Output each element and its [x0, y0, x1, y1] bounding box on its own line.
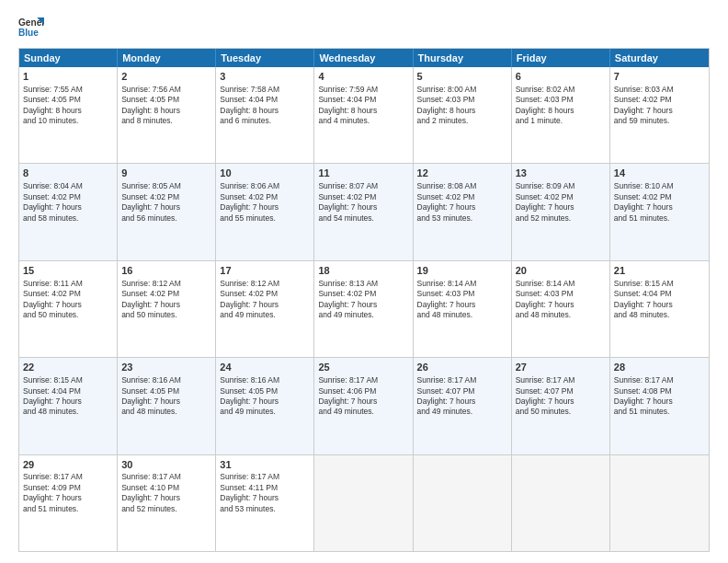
logo: General Blue [18, 15, 44, 40]
day-info-line: and 51 minutes. [23, 504, 78, 513]
day-info-line: Daylight: 8 hours [516, 106, 574, 115]
day-info-line: Daylight: 7 hours [121, 396, 180, 406]
day-info-line: Sunrise: 8:14 AM [516, 279, 575, 288]
day-info-line: Daylight: 8 hours [318, 106, 377, 115]
day-info-line: Sunset: 4:02 PM [121, 192, 179, 201]
day-info-line: Sunrise: 8:03 AM [614, 85, 674, 94]
day-cell-26: 26Sunrise: 8:17 AMSunset: 4:07 PMDayligh… [414, 358, 512, 454]
day-info-line: Sunrise: 8:15 AM [614, 279, 674, 288]
calendar-week-5: 29Sunrise: 8:17 AMSunset: 4:09 PMDayligh… [19, 454, 709, 551]
day-number: 24 [220, 361, 310, 374]
day-info-line: Sunset: 4:05 PM [121, 95, 179, 104]
header-day-monday: Monday [118, 49, 216, 67]
day-info-line: Sunrise: 8:16 AM [121, 375, 181, 385]
day-info-line: Sunset: 4:03 PM [417, 289, 475, 298]
day-cell-6: 6Sunrise: 8:02 AMSunset: 4:03 PMDaylight… [512, 67, 610, 163]
day-info-line: Sunrise: 8:17 AM [121, 472, 181, 481]
day-cell-11: 11Sunrise: 8:07 AMSunset: 4:02 PMDayligh… [314, 164, 413, 259]
calendar-week-1: 1Sunrise: 7:55 AMSunset: 4:05 PMDaylight… [19, 67, 709, 163]
day-info-line: Sunrise: 8:17 AM [23, 472, 83, 481]
day-number: 13 [516, 167, 606, 180]
day-info-line: Daylight: 7 hours [516, 396, 574, 406]
day-number: 15 [23, 264, 113, 278]
day-info-line: Sunset: 4:05 PM [23, 95, 81, 104]
page: General Blue SundayMondayTuesdayWednesda… [0, 0, 728, 563]
day-cell-7: 7Sunrise: 8:03 AMSunset: 4:02 PMDaylight… [610, 67, 709, 163]
day-cell-17: 17Sunrise: 8:12 AMSunset: 4:02 PMDayligh… [216, 261, 314, 357]
day-info-line: and 48 minutes. [417, 310, 472, 319]
day-info-line: and 1 minute. [516, 116, 563, 125]
day-number: 7 [614, 70, 705, 84]
day-info-line: and 49 minutes. [417, 407, 472, 416]
day-cell-20: 20Sunrise: 8:14 AMSunset: 4:03 PMDayligh… [512, 261, 610, 357]
day-info-line: Sunset: 4:05 PM [220, 386, 278, 396]
day-info-line: Sunrise: 8:17 AM [220, 472, 279, 481]
day-info-line: Sunset: 4:02 PM [516, 192, 574, 201]
day-info-line: Sunset: 4:05 PM [121, 386, 179, 396]
day-number: 4 [318, 70, 408, 84]
day-cell-3: 3Sunrise: 7:58 AMSunset: 4:04 PMDaylight… [216, 67, 314, 163]
calendar: SundayMondayTuesdayWednesdayThursdayFrid… [18, 48, 710, 552]
day-cell-1: 1Sunrise: 7:55 AMSunset: 4:05 PMDaylight… [19, 67, 118, 163]
logo-icon: General Blue [18, 15, 44, 40]
day-info-line: Sunset: 4:03 PM [417, 95, 475, 104]
day-info-line: Daylight: 7 hours [220, 300, 279, 309]
day-info-line: Sunset: 4:06 PM [318, 386, 376, 396]
day-info-line: Sunrise: 8:14 AM [417, 279, 477, 288]
day-number: 30 [121, 458, 211, 472]
day-info-line: Sunset: 4:11 PM [220, 483, 278, 492]
day-info-line: Daylight: 7 hours [614, 396, 673, 406]
day-number: 10 [220, 167, 310, 180]
day-number: 29 [23, 458, 113, 472]
day-cell-18: 18Sunrise: 8:13 AMSunset: 4:02 PMDayligh… [314, 261, 413, 357]
day-info-line: Daylight: 7 hours [23, 396, 82, 406]
day-info-line: Sunset: 4:07 PM [417, 386, 475, 396]
day-info-line: and 51 minutes. [614, 213, 669, 223]
day-number: 23 [121, 361, 211, 374]
day-number: 28 [614, 361, 705, 374]
day-info-line: and 48 minutes. [121, 407, 176, 416]
day-info-line: Sunrise: 8:15 AM [23, 375, 83, 385]
day-info-line: Daylight: 7 hours [23, 202, 82, 212]
day-cell-23: 23Sunrise: 8:16 AMSunset: 4:05 PMDayligh… [118, 358, 216, 454]
day-cell-19: 19Sunrise: 8:14 AMSunset: 4:03 PMDayligh… [414, 261, 512, 357]
day-number: 14 [614, 167, 705, 180]
day-info-line: Sunrise: 8:08 AM [417, 181, 477, 190]
day-info-line: and 2 minutes. [417, 116, 469, 125]
day-info-line: Daylight: 7 hours [417, 202, 476, 212]
day-info-line: Sunrise: 8:17 AM [614, 375, 674, 385]
day-cell-28: 28Sunrise: 8:17 AMSunset: 4:08 PMDayligh… [610, 358, 709, 454]
day-cell-22: 22Sunrise: 8:15 AMSunset: 4:04 PMDayligh… [19, 358, 118, 454]
day-cell-14: 14Sunrise: 8:10 AMSunset: 4:02 PMDayligh… [610, 164, 709, 259]
day-info-line: Sunrise: 8:12 AM [121, 279, 181, 288]
day-cell-2: 2Sunrise: 7:56 AMSunset: 4:05 PMDaylight… [118, 67, 216, 163]
day-info-line: Daylight: 7 hours [614, 202, 673, 212]
calendar-header: SundayMondayTuesdayWednesdayThursdayFrid… [19, 49, 709, 67]
day-info-line: Daylight: 7 hours [220, 493, 279, 502]
day-info-line: Sunrise: 7:59 AM [318, 85, 378, 94]
day-info-line: and 48 minutes. [23, 407, 78, 416]
day-cell-24: 24Sunrise: 8:16 AMSunset: 4:05 PMDayligh… [216, 358, 314, 454]
day-info-line: Sunset: 4:09 PM [23, 483, 81, 492]
empty-cell [512, 455, 610, 551]
day-info-line: Sunset: 4:07 PM [516, 386, 574, 396]
empty-cell [414, 455, 512, 551]
day-info-line: Daylight: 7 hours [23, 300, 82, 309]
day-cell-10: 10Sunrise: 8:06 AMSunset: 4:02 PMDayligh… [216, 164, 314, 259]
day-cell-12: 12Sunrise: 8:08 AMSunset: 4:02 PMDayligh… [414, 164, 512, 259]
empty-cell [314, 455, 413, 551]
day-number: 25 [318, 361, 408, 374]
day-number: 9 [121, 167, 211, 180]
day-info-line: Sunrise: 8:07 AM [318, 181, 378, 190]
day-cell-8: 8Sunrise: 8:04 AMSunset: 4:02 PMDaylight… [19, 164, 118, 259]
calendar-week-3: 15Sunrise: 8:11 AMSunset: 4:02 PMDayligh… [19, 260, 709, 357]
day-info-line: and 48 minutes. [516, 310, 571, 319]
day-info-line: and 8 minutes. [121, 116, 173, 125]
day-cell-29: 29Sunrise: 8:17 AMSunset: 4:09 PMDayligh… [19, 455, 118, 551]
day-info-line: Sunrise: 7:55 AM [23, 85, 83, 94]
day-info-line: and 53 minutes. [220, 504, 275, 513]
day-info-line: Daylight: 7 hours [121, 300, 180, 309]
day-number: 26 [417, 361, 507, 374]
day-info-line: and 53 minutes. [417, 213, 472, 223]
day-info-line: Daylight: 7 hours [121, 493, 180, 502]
